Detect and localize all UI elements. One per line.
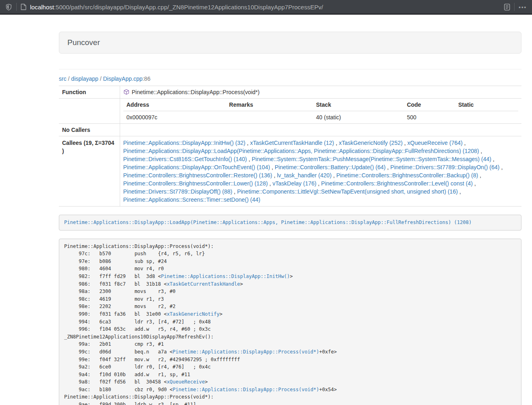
table-row-callees: Callees (19, Σ=3704 ) Pinetime::Applicat…: [59, 136, 521, 207]
function-label: Function: [59, 86, 120, 99]
breadcrumb-link-file[interactable]: DisplayApp.cpp: [103, 75, 142, 82]
code-symbol-link[interactable]: Pinetime::Applications::DisplayApp::Proc…: [172, 387, 319, 392]
address-bar[interactable]: localhost:5000/path/src/displayapp/Displ…: [30, 4, 504, 11]
stats-table: Address Remarks Stack Code Static 0x0000…: [123, 99, 519, 123]
callee-link[interactable]: Pinetime::Applications::DisplayApp::OnTo…: [123, 164, 270, 170]
callee-link[interactable]: Pinetime::System::SystemTask::PushMessag…: [252, 156, 491, 162]
function-name: Pinetime::Applications::DisplayApp::Proc…: [132, 89, 260, 95]
callee-link[interactable]: xTaskGenericNotify (252): [339, 140, 403, 146]
code-symbol-link[interactable]: xQueueReceive: [167, 379, 205, 385]
col-header-address: Address: [123, 99, 226, 111]
callee-link[interactable]: xTaskGetCurrentTaskHandle (12): [250, 140, 334, 146]
menu-icon[interactable]: •••: [519, 4, 527, 10]
code-value: 500: [404, 111, 455, 124]
table-row-function: Function Pinetime::Applications::Display…: [59, 86, 521, 99]
callee-link[interactable]: Pinetime::Applications::Screens::Timer::…: [123, 196, 261, 203]
remarks-value: [226, 111, 313, 124]
callees-list: Pinetime::Applications::DisplayApp::Init…: [120, 136, 521, 207]
callee-link[interactable]: Pinetime::Controllers::BrightnessControl…: [321, 180, 472, 187]
table-row-no-callers: No Callers: [59, 124, 521, 136]
callee-link[interactable]: Pinetime::Applications::DisplayApp::Load…: [123, 148, 479, 154]
code-symbol-link[interactable]: xTaskGetCurrentTaskHandle: [167, 281, 240, 287]
code-symbol-link[interactable]: Pinetime::Applications::DisplayApp::Proc…: [172, 349, 319, 355]
stats-cell: Address Remarks Stack Code Static 0x0000…: [120, 99, 521, 124]
callee-link[interactable]: Pinetime::Controllers::BrightnessControl…: [336, 172, 478, 179]
col-header-stack: Stack: [313, 99, 404, 111]
breadcrumb: src / displayapp / DisplayApp.cpp:86: [59, 75, 521, 83]
callee-link[interactable]: Pinetime::Drivers::St7789::DisplayOff() …: [123, 188, 233, 195]
page-icon: [21, 4, 26, 10]
shield-icon[interactable]: [5, 4, 12, 11]
callee-link[interactable]: vTaskDelay (176): [273, 180, 317, 187]
code-symbol-link[interactable]: Pinetime::Applications::DisplayApp::Init…: [161, 274, 290, 279]
app-header: Puncover: [59, 32, 521, 54]
callee-link[interactable]: Pinetime::Controllers::Battery::Update()…: [275, 164, 386, 170]
function-table: Function Pinetime::Applications::Display…: [59, 86, 521, 207]
breadcrumb-link-src[interactable]: src: [59, 75, 67, 82]
callee-link[interactable]: lv_task_handler (420): [277, 172, 332, 179]
breadcrumb-link-displayapp[interactable]: displayapp: [71, 75, 98, 82]
stats-value-row: 0x0000097c 40 (static) 500: [123, 111, 519, 124]
code-symbol-link[interactable]: xTaskGenericNotify: [167, 311, 220, 317]
no-callers-cell: [120, 124, 521, 136]
url-path: :5000/path/src/displayapp/DisplayApp.cpp…: [54, 4, 323, 11]
highlighted-symbol-link[interactable]: Pinetime::Applications::DisplayApp::Load…: [64, 220, 472, 225]
breadcrumb-separator: /: [68, 75, 70, 82]
stats-row-label: [59, 99, 120, 124]
browser-toolbar: localhost:5000/path/src/displayapp/Displ…: [0, 0, 532, 15]
breadcrumb-line-number: :86: [142, 75, 150, 82]
url-host: localhost: [30, 4, 54, 11]
callee-link[interactable]: Pinetime::Controllers::BrightnessControl…: [123, 172, 272, 179]
symbol-cube-icon: [123, 89, 129, 95]
address-value: 0x0000097c: [123, 111, 226, 124]
callee-link[interactable]: xQueueReceive (764): [407, 140, 463, 146]
static-value: [455, 111, 518, 124]
function-name-cell: Pinetime::Applications::DisplayApp::Proc…: [120, 86, 521, 99]
divider: [59, 69, 521, 69]
breadcrumb-separator: /: [100, 75, 101, 82]
highlighted-symbol-box: Pinetime::Applications::DisplayApp::Load…: [59, 215, 521, 231]
callee-link[interactable]: Pinetime::Applications::DisplayApp::Init…: [123, 140, 246, 146]
disassembly-block: Pinetime::Applications::DisplayApp::Proc…: [59, 239, 521, 405]
toolbar-divider: [514, 3, 515, 11]
callee-link[interactable]: Pinetime::Drivers::Cst816S::GetTouchInfo…: [123, 156, 247, 162]
col-header-static: Static: [455, 99, 518, 111]
page-container: Puncover src / displayapp / DisplayApp.c…: [59, 32, 521, 405]
table-row-stats: Address Remarks Stack Code Static 0x0000…: [59, 99, 521, 124]
stack-value: 40 (static): [313, 111, 404, 124]
callee-link[interactable]: Pinetime::Components::LittleVgl::SetNewT…: [237, 188, 458, 195]
callee-link[interactable]: Pinetime::Controllers::BrightnessControl…: [123, 180, 268, 187]
callees-label: Callees (19, Σ=3704 ): [59, 136, 120, 207]
col-header-remarks: Remarks: [226, 99, 313, 111]
page-title: Puncover: [67, 38, 100, 47]
stats-header-row: Address Remarks Stack Code Static: [123, 99, 519, 111]
reader-view-icon[interactable]: [504, 4, 510, 11]
col-header-code: Code: [404, 99, 455, 111]
toolbar-divider: [16, 3, 17, 11]
no-callers-label: No Callers: [59, 124, 120, 136]
callee-link[interactable]: Pinetime::Drivers::St7789::DisplayOn() (…: [390, 164, 500, 170]
